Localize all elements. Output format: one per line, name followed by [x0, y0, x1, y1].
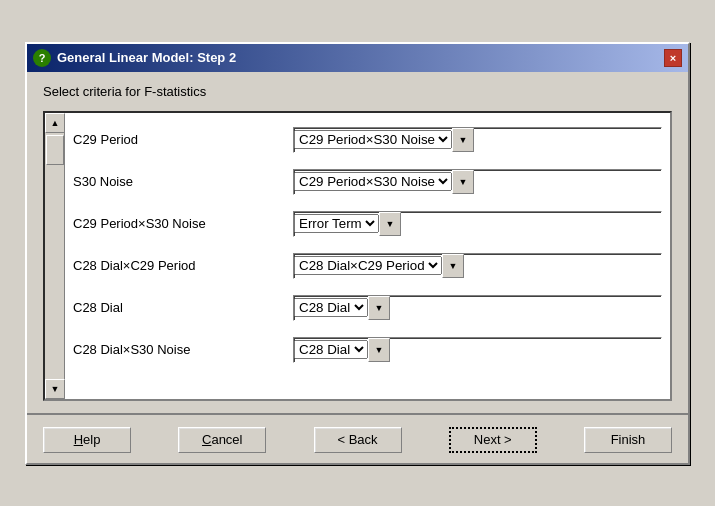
select-input-4[interactable]: C28 Dial — [294, 298, 368, 317]
title-bar-left: ? General Linear Model: Step 2 — [33, 49, 236, 67]
main-window: ? General Linear Model: Step 2 × Select … — [25, 42, 690, 465]
select-container-2: Error Term ▼ — [293, 211, 662, 237]
table-row: C28 Dial×S30 Noise C28 Dial ▼ — [73, 329, 662, 371]
table-row: C29 Period C29 Period×S30 Noise ▼ — [73, 119, 662, 161]
criteria-label: Select criteria for F-statistics — [43, 84, 672, 99]
select-input-2[interactable]: Error Term — [294, 214, 379, 233]
window-body: Select criteria for F-statistics ▲ ▼ C29 — [27, 72, 688, 413]
select-arrow-5[interactable]: ▼ — [368, 338, 390, 362]
rows-container: C29 Period C29 Period×S30 Noise ▼ S30 No… — [65, 113, 670, 399]
select-input-5[interactable]: C28 Dial — [294, 340, 368, 359]
table-row: C29 Period×S30 Noise Error Term ▼ — [73, 203, 662, 245]
scroll-thumb[interactable] — [46, 135, 64, 165]
scroll-up-button[interactable]: ▲ — [45, 113, 65, 133]
scroll-track — [45, 133, 64, 379]
row-label: C28 Dial×C29 Period — [73, 258, 293, 273]
select-container-1: C29 Period×S30 Noise ▼ — [293, 169, 662, 195]
select-arrow-1[interactable]: ▼ — [452, 170, 474, 194]
select-container-0: C29 Period×S30 Noise ▼ — [293, 127, 662, 153]
row-select: Error Term ▼ — [293, 211, 662, 237]
row-select: C29 Period×S30 Noise ▼ — [293, 169, 662, 195]
scrollbar: ▲ ▼ — [45, 113, 65, 399]
row-label: S30 Noise — [73, 174, 293, 189]
back-button[interactable]: < Back — [314, 427, 402, 453]
main-area: ▲ ▼ C29 Period C29 Period×S30 — [43, 111, 672, 401]
row-label: C29 Period — [73, 132, 293, 147]
select-container-5: C28 Dial ▼ — [293, 337, 662, 363]
table-row: C28 Dial C28 Dial ▼ — [73, 287, 662, 329]
select-input-1[interactable]: C29 Period×S30 Noise — [294, 172, 452, 191]
window-title: General Linear Model: Step 2 — [57, 50, 236, 65]
row-label: C29 Period×S30 Noise — [73, 216, 293, 231]
table-row: C28 Dial×C29 Period C28 Dial×C29 Period … — [73, 245, 662, 287]
row-select: C28 Dial ▼ — [293, 337, 662, 363]
help-button[interactable]: Help — [43, 427, 131, 453]
row-select: C29 Period×S30 Noise ▼ — [293, 127, 662, 153]
select-arrow-3[interactable]: ▼ — [442, 254, 464, 278]
select-container-4: C28 Dial ▼ — [293, 295, 662, 321]
select-container-3: C28 Dial×C29 Period ▼ — [293, 253, 662, 279]
row-label: C28 Dial×S30 Noise — [73, 342, 293, 357]
table-row: S30 Noise C29 Period×S30 Noise ▼ — [73, 161, 662, 203]
select-input-3[interactable]: C28 Dial×C29 Period — [294, 256, 442, 275]
select-arrow-2[interactable]: ▼ — [379, 212, 401, 236]
scroll-down-button[interactable]: ▼ — [45, 379, 65, 399]
row-select: C28 Dial ▼ — [293, 295, 662, 321]
title-bar: ? General Linear Model: Step 2 × — [27, 44, 688, 72]
finish-button[interactable]: Finish — [584, 427, 672, 453]
row-label: C28 Dial — [73, 300, 293, 315]
close-button[interactable]: × — [664, 49, 682, 67]
row-select: C28 Dial×C29 Period ▼ — [293, 253, 662, 279]
select-arrow-0[interactable]: ▼ — [452, 128, 474, 152]
button-row: Help Cancel < Back Next > Finish — [27, 414, 688, 463]
help-icon: ? — [33, 49, 51, 67]
select-input-0[interactable]: C29 Period×S30 Noise — [294, 130, 452, 149]
cancel-button[interactable]: Cancel — [178, 427, 266, 453]
next-button[interactable]: Next > — [449, 427, 537, 453]
select-arrow-4[interactable]: ▼ — [368, 296, 390, 320]
